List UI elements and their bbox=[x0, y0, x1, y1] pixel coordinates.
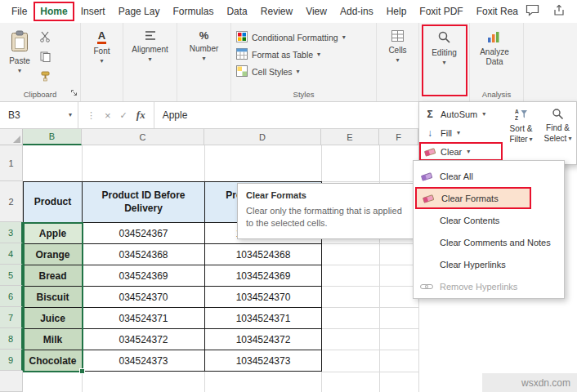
conditional-formatting-button[interactable]: Conditional Formatting ▾ bbox=[231, 29, 376, 46]
col-header-D[interactable]: D bbox=[204, 129, 321, 145]
cell-B8[interactable]: Milk bbox=[24, 329, 83, 350]
chevron-down-icon: ▾ bbox=[442, 60, 445, 66]
cell-styles-label: Cell Styles bbox=[252, 67, 293, 77]
cell-C4[interactable]: 034524368 bbox=[83, 244, 205, 265]
row-header-7[interactable]: 7 bbox=[0, 307, 23, 328]
cell-styles-button[interactable]: Cell Styles ▾ bbox=[231, 63, 376, 80]
cell-B7[interactable]: Juice bbox=[24, 308, 83, 329]
format-as-table-button[interactable]: Format as Table ▾ bbox=[231, 46, 376, 63]
tab-foxit-reader[interactable]: Foxit Rea bbox=[470, 2, 525, 21]
grid-line bbox=[321, 372, 322, 392]
row-header-1[interactable]: 1 bbox=[0, 145, 23, 181]
menu-item-clear[interactable]: Clear ▾ bbox=[419, 142, 503, 161]
cell-D4[interactable]: 1034524368 bbox=[205, 244, 322, 265]
chevron-down-icon: ▾ bbox=[202, 56, 205, 62]
menu-item-autosum[interactable]: Σ AutoSum ▾ bbox=[419, 105, 503, 123]
table-row: Juice 034524371 1034524371 bbox=[24, 308, 322, 329]
menu-item-clear-formats[interactable]: Clear Formats bbox=[415, 187, 531, 209]
row-header-8[interactable]: 8 bbox=[0, 328, 23, 350]
svg-text:A: A bbox=[515, 109, 519, 114]
cancel-icon[interactable]: × bbox=[105, 109, 111, 122]
cell-C9[interactable]: 034524373 bbox=[83, 350, 205, 372]
name-box[interactable]: B3 ▾ bbox=[0, 102, 78, 128]
menu-item-clear-comments-notes[interactable]: Clear Comments and Notes bbox=[414, 231, 564, 253]
ribbon-group-editing: Editing ▾ bbox=[419, 23, 470, 101]
col-header-B[interactable]: B bbox=[23, 129, 82, 145]
tab-help[interactable]: Help bbox=[380, 2, 414, 21]
ribbon-group-styles: Conditional Formatting ▾ Format as Table… bbox=[231, 23, 377, 101]
tab-foxit-pdf[interactable]: Foxit PDF bbox=[413, 2, 469, 21]
tab-add-ins[interactable]: Add-ins bbox=[333, 2, 380, 21]
cell-C5[interactable]: 034524369 bbox=[83, 265, 205, 287]
menu-item-clear-all[interactable]: Clear All bbox=[414, 165, 564, 187]
cell-B9[interactable]: Chocolate bbox=[24, 350, 83, 372]
cell-styles-icon bbox=[236, 65, 248, 78]
tab-page-layout[interactable]: Page Lay bbox=[112, 2, 167, 21]
tab-view[interactable]: View bbox=[299, 2, 333, 21]
cell-D6[interactable]: 1034524370 bbox=[205, 287, 322, 308]
cells-button[interactable]: Cells ▾ bbox=[377, 23, 418, 87]
number-button[interactable]: % Number ▾ bbox=[177, 23, 230, 87]
clear-formats-label: Clear Formats bbox=[441, 194, 499, 203]
tab-formulas[interactable]: Formulas bbox=[166, 2, 220, 21]
cell-B4[interactable]: Orange bbox=[24, 244, 83, 265]
row-header-6[interactable]: 6 bbox=[0, 286, 23, 307]
menu-item-find-select[interactable]: Find & Select▾ bbox=[539, 102, 576, 164]
cell-B3[interactable]: Apple bbox=[24, 223, 83, 244]
menu-item-remove-hyperlinks: Remove Hyperlinks bbox=[414, 275, 564, 297]
cell-C8[interactable]: 034524372 bbox=[83, 329, 205, 350]
find-select-label-line2: Select bbox=[544, 134, 567, 144]
format-painter-icon[interactable] bbox=[40, 70, 51, 85]
clipboard-dialog-launcher-icon[interactable] bbox=[70, 85, 78, 100]
cell-B5[interactable]: Bread bbox=[24, 265, 83, 287]
analysis-group-label: Analysis bbox=[470, 90, 523, 99]
editing-button[interactable]: Editing ▾ bbox=[419, 23, 469, 87]
enter-icon[interactable]: ✓ bbox=[120, 110, 127, 121]
row-header-2[interactable]: 2 bbox=[0, 181, 23, 222]
menu-item-clear-contents[interactable]: Clear Contents bbox=[414, 209, 564, 231]
insert-function-icon[interactable]: fx bbox=[136, 109, 145, 122]
cell-C3[interactable]: 034524367 bbox=[83, 223, 205, 244]
tab-data[interactable]: Data bbox=[220, 2, 253, 21]
chevron-down-icon: ▾ bbox=[396, 57, 399, 64]
copy-icon[interactable] bbox=[40, 51, 51, 65]
row-header-3[interactable]: 3 bbox=[0, 222, 23, 243]
analyze-data-button[interactable]: Analyze Data bbox=[470, 23, 519, 87]
cell-D7[interactable]: 1034524371 bbox=[205, 308, 322, 329]
cell-C6[interactable]: 034524370 bbox=[83, 287, 205, 308]
col-header-C[interactable]: C bbox=[82, 129, 204, 145]
menu-item-fill[interactable]: ↓ Fill ▾ bbox=[419, 123, 503, 142]
tab-file[interactable]: File bbox=[5, 2, 34, 21]
font-button[interactable]: A Font ▾ bbox=[81, 23, 123, 87]
formula-bar-splitter-icon[interactable]: ⋮ bbox=[87, 110, 96, 121]
percent-icon: % bbox=[199, 30, 209, 42]
menu-item-clear-hyperlinks[interactable]: Clear Hyperlinks bbox=[414, 253, 564, 275]
alignment-button[interactable]: Alignment ▾ bbox=[123, 23, 177, 87]
paste-button[interactable]: Paste ▾ bbox=[3, 23, 36, 87]
share-icon[interactable] bbox=[552, 4, 566, 19]
tab-review[interactable]: Review bbox=[254, 2, 299, 21]
tab-insert[interactable]: Insert bbox=[74, 2, 112, 21]
cell-D8[interactable]: 1034524372 bbox=[205, 329, 322, 350]
row-header-5[interactable]: 5 bbox=[0, 265, 23, 286]
col-header-E[interactable]: E bbox=[321, 129, 379, 145]
row-header-4[interactable]: 4 bbox=[0, 243, 23, 265]
select-all-corner[interactable] bbox=[0, 129, 23, 145]
cut-icon[interactable] bbox=[39, 31, 51, 46]
cell-D9[interactable]: 1034524373 bbox=[205, 350, 322, 372]
paste-label: Paste bbox=[9, 56, 30, 65]
tab-home[interactable]: Home bbox=[34, 2, 74, 21]
chevron-down-icon: ▾ bbox=[18, 68, 21, 74]
menu-item-sort-filter[interactable]: AZ Sort & Filter▾ bbox=[503, 102, 539, 164]
cell-D5[interactable]: 1034524369 bbox=[205, 265, 322, 287]
cell-C7[interactable]: 034524371 bbox=[83, 308, 205, 329]
row-header-9[interactable]: 9 bbox=[0, 350, 23, 371]
cell-B2[interactable]: Product bbox=[24, 182, 83, 223]
cell-B6[interactable]: Biscuit bbox=[24, 287, 83, 308]
grid-line bbox=[82, 372, 83, 392]
row-header-10[interactable] bbox=[0, 371, 23, 392]
col-header-F[interactable]: F bbox=[379, 129, 418, 145]
chevron-down-icon: ▾ bbox=[100, 58, 103, 65]
comment-icon[interactable] bbox=[526, 4, 539, 19]
cell-C2[interactable]: Product ID Before Delivery bbox=[83, 182, 205, 223]
